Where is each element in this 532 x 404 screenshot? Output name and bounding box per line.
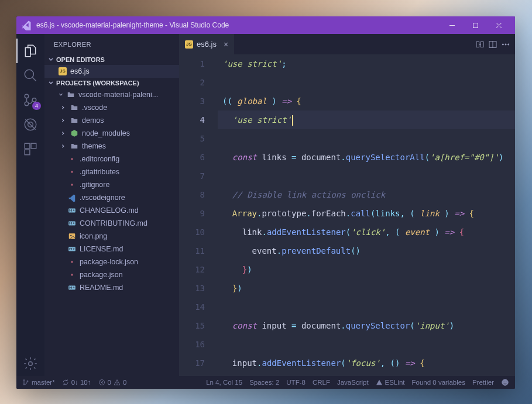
minimize-button[interactable] [440,16,464,34]
activity-extensions[interactable] [16,137,44,161]
tab-bar: JS es6.js × [179,34,515,54]
code-line[interactable]: 'use strict' [218,111,515,129]
tree-item[interactable]: .editorconfig [44,153,179,165]
code-line[interactable]: link.addEventListener('click', ( event )… [218,223,515,241]
tree-item[interactable]: demos [44,114,179,127]
code-area[interactable]: 1234567891011121314151617 'use strict'; … [179,54,515,376]
compare-icon[interactable] [475,40,485,49]
warning-icon [376,379,383,386]
line-number: 15 [179,316,205,335]
tree-item-label: .gitignore [80,181,109,189]
smiley-icon[interactable] [501,378,509,386]
root-folder[interactable]: vscode-material-paleni... [44,88,179,101]
split-icon[interactable] [488,40,497,49]
vs-icon [68,194,76,202]
more-icon[interactable] [501,40,510,49]
code-content[interactable]: 'use strict'; (( global ) => { 'use stri… [218,54,515,376]
activity-settings[interactable] [16,351,44,376]
tree-item-label: node_modules [82,129,130,137]
svg-point-43 [504,381,504,382]
tree-item[interactable]: .gitignore [44,178,179,191]
svg-point-24 [71,261,73,263]
tree-item[interactable]: LICENSE.md [44,243,179,255]
code-line[interactable]: input.addEventListener('focus', () => { [218,354,515,372]
code-line[interactable] [218,335,515,354]
close-tab-button[interactable]: × [224,40,228,49]
folder-icon [67,91,75,99]
svg-rect-14 [25,150,30,155]
svg-point-44 [506,381,506,382]
status-language[interactable]: JavaScript [337,379,369,386]
extensions-icon [23,141,38,157]
status-eslint[interactable]: ESLint [376,379,405,386]
config-icon [68,155,76,163]
projects-section[interactable]: PROJECTS (WORKSPACE) [44,78,179,88]
code-line[interactable]: }) [218,279,515,298]
open-editors-section[interactable]: OPEN EDITORS [44,54,179,65]
status-branch[interactable]: master* [22,379,55,386]
code-line[interactable] [218,129,515,148]
tree-item[interactable]: icon.png [44,230,179,243]
code-line[interactable]: 'use strict'; [218,54,515,73]
svg-rect-27 [476,42,479,47]
maximize-button[interactable] [464,16,487,34]
status-spaces[interactable]: Spaces: 2 [249,379,279,386]
warning-icon [114,379,121,386]
activity-explorer[interactable] [16,39,44,63]
config-icon [68,181,76,189]
activity-scm[interactable]: 4 [16,88,44,112]
status-prettier[interactable]: Prettier [472,379,494,386]
tree-item-label: .gitattributes [80,168,119,176]
svg-rect-1 [473,23,478,27]
code-line[interactable]: (( global ) => { [218,92,515,111]
tree-item[interactable]: README.md [44,281,179,294]
code-line[interactable]: }) [218,260,515,279]
tree-item[interactable]: themes [44,140,179,153]
svg-rect-13 [31,143,36,149]
editor-tab[interactable]: JS es6.js × [179,34,234,54]
error-icon [98,379,105,386]
code-line[interactable]: event.preventDefault() [218,241,515,260]
status-cursor[interactable]: Ln 4, Col 15 [206,379,242,386]
status-encoding[interactable]: UTF-8 [286,379,306,386]
code-line[interactable] [218,73,515,92]
code-line[interactable] [218,298,515,316]
svg-rect-12 [25,143,30,149]
tree-item[interactable]: package-lock.json [44,255,179,268]
open-editor-file[interactable]: JS es6.js [44,65,179,78]
svg-rect-28 [480,42,483,47]
svg-point-35 [23,384,25,385]
tree-item[interactable]: .vscode [44,101,179,114]
close-button[interactable] [487,16,510,34]
chevron-down-icon [48,80,54,86]
status-problems[interactable]: 0 0 [98,379,127,386]
md-icon [68,206,76,215]
svg-point-41 [117,384,118,385]
tree-item[interactable]: CONTRIBUTING.md [44,217,179,230]
code-line[interactable]: Array.prototype.forEach.call(links, ( li… [218,204,515,223]
files-icon [23,43,38,58]
chevron-right-icon [61,131,66,136]
tree-item[interactable]: node_modules [44,127,179,140]
line-number: 6 [179,148,205,167]
line-number: 7 [179,167,205,185]
status-eol[interactable]: CRLF [313,379,330,386]
status-found[interactable]: Found 0 variables [412,379,465,386]
vscode-window: es6.js - vscode-material-palenight-theme… [16,16,515,389]
svg-point-22 [70,235,71,236]
code-line[interactable] [218,167,515,185]
titlebar[interactable]: es6.js - vscode-material-palenight-theme… [16,16,515,34]
tree-item[interactable]: .gitattributes [44,165,179,178]
activity-debug[interactable] [16,112,44,137]
tree-item[interactable]: CHANGELOG.md [44,204,179,217]
status-sync[interactable]: 0↓ 10↑ [62,379,91,386]
tree-item[interactable]: .vscodeignore [44,191,179,204]
svg-point-15 [29,362,33,366]
line-gutter: 1234567891011121314151617 [179,54,218,376]
code-line[interactable]: const input = document.querySelector('in… [218,316,515,335]
code-line[interactable]: // Disable link actions onclick [218,185,515,204]
tree-item-label: demos [82,116,104,125]
activity-search[interactable] [16,63,44,88]
tree-item[interactable]: package.json [44,268,179,281]
code-line[interactable]: const links = document.querySelectorAll(… [218,148,515,167]
